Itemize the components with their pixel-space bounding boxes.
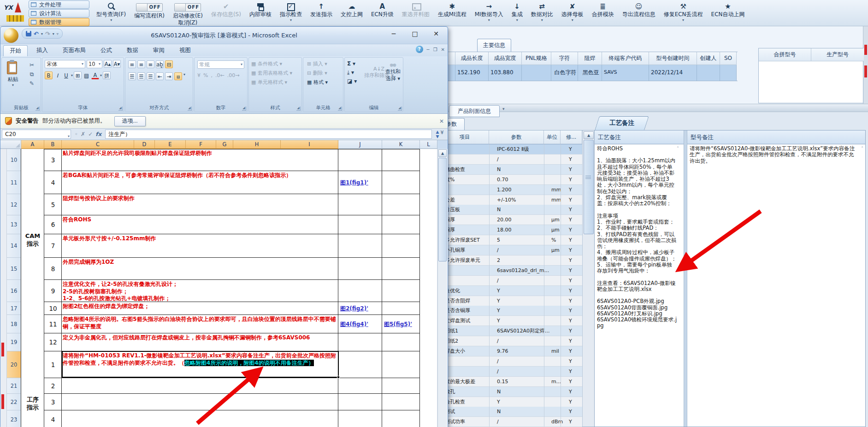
workbook-minimize-button[interactable]: ─ xyxy=(427,47,430,52)
toolbar-item-内部审核[interactable]: 内部审核 xyxy=(245,0,276,18)
dialog-launcher-icon[interactable]: ◢ xyxy=(35,107,40,111)
main-value-型号创建时间[interactable]: 2022/12/14 xyxy=(649,65,697,81)
style-button-套用表格格式[interactable]: ▦ 套用表格格式 ▾ xyxy=(251,70,292,77)
row-header-14[interactable]: 14 xyxy=(7,234,21,258)
fill-icon[interactable]: ⤓ ▾ xyxy=(347,68,357,77)
chevron-down-icon[interactable]: ▾ xyxy=(68,132,70,141)
cell-C15[interactable]: 外层完成铜厚为1OZ xyxy=(63,258,337,280)
accounting-icon[interactable]: ¥ xyxy=(197,72,201,78)
row-header-22[interactable]: 22 xyxy=(7,394,21,410)
fill-color-icon[interactable]: ▨ xyxy=(83,71,90,79)
cell-B20[interactable]: 1 xyxy=(44,351,62,378)
column-header-B[interactable]: B xyxy=(44,140,62,149)
merge-center-icon[interactable]: ⧈ xyxy=(174,72,182,80)
style-button-条件格式[interactable]: ▦ 条件格式 ▾ xyxy=(251,60,282,67)
tab-process-notes[interactable]: 工艺备注 xyxy=(597,116,647,130)
row-header-13[interactable]: 13 xyxy=(7,215,21,234)
tab-插入[interactable]: 插入 xyxy=(30,45,54,56)
cell-B10[interactable]: 3 xyxy=(44,149,62,171)
cell-C18[interactable]: 忽略附图4所示的说明。右图5箭头指示的白油块符合协议上的要求即可，且白油块位置的… xyxy=(63,315,337,333)
main-value-SO[interactable] xyxy=(720,65,737,81)
chevron-down-icon[interactable]: ▾ xyxy=(290,18,292,22)
main-value-PNL规格[interactable] xyxy=(522,65,551,81)
main-value-字符[interactable]: 白色字符 xyxy=(551,65,578,81)
toolbar-item-重选开料图[interactable]: 重选开料图 xyxy=(398,0,434,18)
cell-B21[interactable]: 2 xyxy=(44,378,62,394)
toggle-switch[interactable]: OFF xyxy=(136,3,163,12)
font-name-select[interactable]: 宋体▾ xyxy=(45,60,85,68)
cell-C19[interactable]: 定义为非金属化孔，但对应线路层打在焊盘或铜皮上，按非金属孔掏铜不漏铜制作，参考6… xyxy=(63,333,337,351)
toolbar-item-指示检查[interactable]: 指示检查▾ xyxy=(276,0,306,22)
cell-B15[interactable]: 8 xyxy=(44,258,62,280)
paste-button[interactable]: 粘贴▾ xyxy=(4,59,22,87)
phonetic-icon[interactable]: 拼 xyxy=(103,71,111,79)
row-header-10[interactable]: 10 xyxy=(7,149,21,171)
file-process-button[interactable]: 文件处理 xyxy=(29,0,89,9)
align-right-icon[interactable]: ☰ xyxy=(147,72,154,80)
confirm-entry-icon[interactable]: ✓ xyxy=(88,131,93,137)
chevron-down-icon[interactable]: ▾ xyxy=(541,18,543,22)
cell-B13[interactable]: 6 xyxy=(44,215,62,234)
tab-开始[interactable]: 开始 xyxy=(3,45,28,56)
cell-B17[interactable]: 10 xyxy=(44,302,62,315)
font-size-select[interactable]: 10▾ xyxy=(87,60,102,68)
dialog-launcher-icon[interactable]: ◢ xyxy=(242,107,246,111)
cancel-entry-icon[interactable]: ✗ xyxy=(81,131,85,137)
cut-icon[interactable]: ✂ xyxy=(25,60,39,70)
formula-bar-expand[interactable]: ▲▼¥ xyxy=(432,130,448,139)
column-header-K[interactable]: K xyxy=(382,140,420,149)
toolbar-item-修复ECN丢流程[interactable]: ⚒修复ECN丢流程▾ xyxy=(660,0,707,22)
row-header-18[interactable]: 18 xyxy=(7,315,21,333)
cell-button-格式[interactable]: ▦ 格式 ▾ xyxy=(307,79,328,86)
toolbar-item-保存信息(S)[interactable]: ✔保存信息(S) xyxy=(207,0,245,18)
toolbar-item-MI数据导入[interactable]: →MI数据导入▾ xyxy=(471,0,508,22)
insert-function-icon[interactable]: fx xyxy=(95,131,101,137)
row-header-17[interactable]: 17 xyxy=(7,302,21,315)
column-header-F[interactable]: F xyxy=(186,140,216,149)
column-header-I[interactable]: I xyxy=(281,140,338,149)
decrease-indent-icon[interactable]: ⇤ xyxy=(156,72,164,80)
cell-button-删除[interactable]: ⊟ 删除 ▾ xyxy=(307,70,327,77)
cell-C14[interactable]: 单元板外形尺寸按+/-0.125mm制作 xyxy=(63,234,337,258)
column-header-H[interactable]: H xyxy=(233,140,281,149)
find-select-button[interactable]: ⌾⌾ 查找和 选择 ▾ xyxy=(385,62,401,82)
increase-indent-icon[interactable]: ⇥ xyxy=(165,72,173,80)
scroll-up-icon[interactable]: ˄ xyxy=(677,146,679,151)
clear-icon[interactable]: ◪ ▾ xyxy=(347,77,357,86)
percent-icon[interactable]: % xyxy=(203,72,208,78)
grow-font-icon[interactable]: A▴ xyxy=(104,60,112,68)
cell-B19[interactable]: 12 xyxy=(44,333,62,351)
toolbar-item-ECN升级[interactable]: AECN升级 xyxy=(367,0,398,18)
column-header-G[interactable]: G xyxy=(216,140,233,149)
model-notes-body[interactable]: 请将附件“6SAVS012A0-微影镍靶金加工工艺说明.xlsx”要求内容备注生… xyxy=(687,144,865,427)
tab-审阅[interactable]: 审阅 xyxy=(147,45,171,56)
close-button[interactable]: ✕ xyxy=(429,30,443,37)
maximize-button[interactable]: □ xyxy=(408,30,422,37)
row-header-16[interactable]: 16 xyxy=(7,280,21,302)
cell-C22[interactable] xyxy=(63,394,337,410)
font-color-icon[interactable]: A xyxy=(91,72,99,79)
row-header-15[interactable]: 15 xyxy=(7,258,21,280)
align-top-icon[interactable]: ≡ xyxy=(128,60,136,68)
column-header-E[interactable]: E xyxy=(155,140,186,149)
align-middle-icon[interactable]: ≡ xyxy=(137,60,145,68)
cell-C17[interactable]: 附图2红色框住的焊盘为绑定焊盘； xyxy=(63,302,337,315)
scrollbar-thumb[interactable] xyxy=(584,140,594,234)
tab-公式[interactable]: 公式 xyxy=(94,45,118,56)
main-value-成品宽度[interactable]: 103.880 xyxy=(489,65,522,81)
comma-icon[interactable]: , xyxy=(211,72,213,78)
chevron-down-icon[interactable]: ▾ xyxy=(572,18,573,22)
cell-button-插入[interactable]: ⊞ 插入 ▾ xyxy=(307,60,327,67)
close-icon[interactable]: ✕ xyxy=(439,118,444,125)
scroll-up-icon[interactable]: ▲ xyxy=(438,149,447,157)
chevron-down-icon[interactable]: ▾ xyxy=(110,18,112,22)
figure-link-图4[interactable]: 图4(fig4)' xyxy=(340,320,368,328)
cell-B22[interactable]: 3 xyxy=(44,394,62,410)
toolbar-item-ECN自动上网[interactable]: ★ECN自动上网 xyxy=(707,0,749,18)
wrap-text-icon[interactable]: ⊟ xyxy=(165,60,173,68)
name-box[interactable]: C20▾ xyxy=(2,130,71,139)
format-painter-icon[interactable]: ✎ xyxy=(25,79,39,88)
scroll-up-icon[interactable]: ˄ xyxy=(861,146,863,151)
row-header-23[interactable]: 23 xyxy=(7,410,21,427)
help-icon[interactable]: ? xyxy=(416,46,423,53)
